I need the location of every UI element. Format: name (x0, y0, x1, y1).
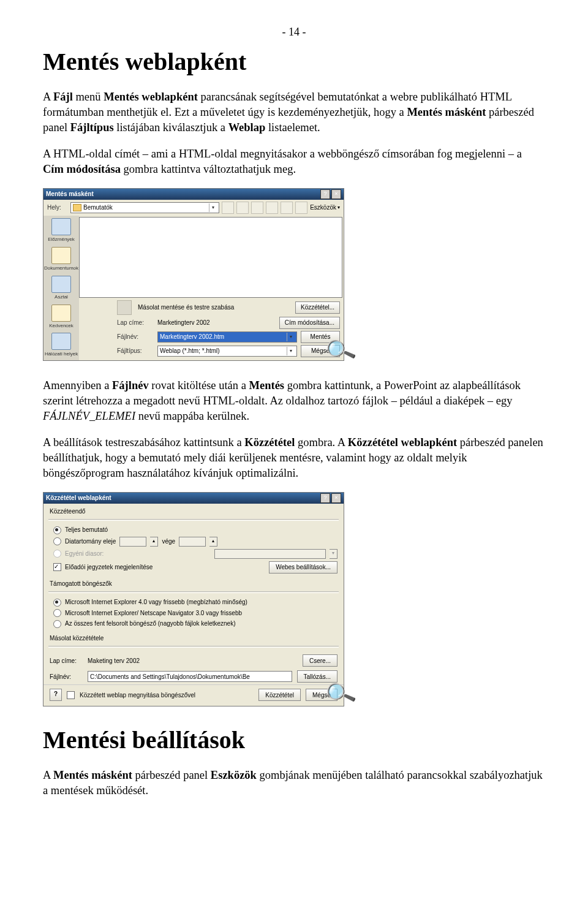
dialog-title: Közzététel weblapként (46, 494, 111, 502)
sidebar-favorites[interactable]: Kedvencek (43, 305, 79, 330)
checkbox-open-browser-label: Közzétett weblap megnyitása böngészővel (80, 691, 254, 700)
filetype-combo[interactable]: Weblap (*.htm; *.html)▾ (157, 346, 297, 357)
group-browsers: Támogatott böngészők (50, 580, 337, 590)
radio-ie-nn3-label: Microsoft Internet Explorer/ Netscape Na… (65, 609, 242, 618)
radio-custom-label: Egyéni diasor: (65, 550, 104, 558)
dialog-title: Mentés másként (46, 190, 94, 199)
network-icon (51, 333, 71, 350)
publish-dialog: Közzététel weblapként ? × Közzéteendő Te… (43, 492, 344, 707)
radio-ie4[interactable] (53, 599, 61, 607)
sidebar-history[interactable]: Előzmények (43, 218, 79, 243)
radio-range-label: Diatartomány eleje (65, 537, 116, 546)
file-list-area[interactable] (79, 217, 342, 298)
sidebar-documents[interactable]: Dokumentumok (43, 247, 79, 272)
delete-icon[interactable] (266, 202, 278, 214)
heading-mentes-weblapkent: Mentés weblapként (43, 45, 545, 78)
sidebar-network[interactable]: Hálózati helyek (43, 333, 79, 358)
customize-label: Másolat mentése és testre szabása (138, 303, 292, 312)
documents-icon (51, 247, 71, 264)
location-label: Hely: (47, 203, 68, 212)
radio-ie4-label: Microsoft Internet Explorer 4.0 vagy fri… (65, 598, 247, 607)
spinner-icon[interactable]: ▴ (209, 537, 217, 547)
chevron-down-icon[interactable]: ▾ (287, 347, 295, 355)
folder-name: Bemutatók (83, 203, 113, 212)
filename-input[interactable]: Marketingterv 2002.htm▾ (157, 331, 297, 343)
filename-label: Fájlnév: (117, 333, 154, 341)
page-number: - 14 - (43, 25, 545, 39)
dialog-titlebar: Mentés másként ? × (43, 189, 344, 200)
filename-input[interactable]: C:\Documents and Settings\Tulajdonos\Dok… (88, 671, 292, 682)
radio-range[interactable] (53, 537, 61, 545)
places-bar: Előzmények Dokumentumok Asztal Kedvencek… (43, 216, 79, 360)
change-title-button[interactable]: Cím módosítása... (279, 317, 340, 329)
save-as-dialog: Mentés másként ? × Hely: Bemutatók ▾ Esz… (43, 188, 344, 361)
group-copy: Másolat közzététele (50, 634, 337, 645)
folder-icon (73, 204, 81, 211)
radio-all[interactable] (53, 620, 61, 628)
checkbox-notes-label: Előadói jegyzetek megjelenítése (65, 563, 153, 572)
search-icon[interactable] (251, 202, 263, 214)
location-combo[interactable]: Bemutatók ▾ (70, 202, 219, 213)
tools-dropdown[interactable]: Eszközök▾ (310, 203, 340, 212)
sidebar-desktop[interactable]: Asztal (43, 276, 79, 301)
history-icon (51, 218, 71, 235)
help-icon[interactable]: ? (320, 189, 330, 199)
web-settings-button[interactable]: Webes beállítások... (269, 561, 337, 574)
desktop-icon (51, 276, 71, 293)
paragraph-1: A Fájl menü Mentés weblapként parancsána… (43, 89, 545, 135)
range-start-input[interactable] (119, 537, 146, 547)
dialog-titlebar: Közzététel weblapként ? × (43, 493, 344, 504)
radio-ie-nn3[interactable] (53, 609, 61, 617)
checkbox-open-browser[interactable] (67, 691, 75, 699)
page-title-value: Marketingterv 2002 (157, 319, 276, 327)
paragraph-5: A Mentés másként párbeszéd panel Eszközö… (43, 768, 545, 798)
views-icon[interactable] (295, 202, 307, 214)
radio-full-label: Teljes bemutató (65, 526, 108, 534)
chevron-down-icon[interactable]: ▾ (287, 333, 295, 341)
radio-custom (53, 550, 61, 558)
range-end-input[interactable] (179, 537, 206, 547)
page-title-value: Maketing terv 2002 (88, 657, 298, 665)
spinner-icon[interactable]: ▴ (150, 537, 158, 547)
group-kozzeteendo: Közzéteendő (50, 507, 337, 518)
radio-all-label: Az összes fent felsorolt böngésző (nagyo… (65, 619, 236, 628)
heading-mentesi-beallitasok: Mentési beállítások (43, 724, 545, 757)
change-button[interactable]: Csere... (303, 654, 337, 667)
radio-full[interactable] (53, 526, 61, 534)
help-button[interactable]: ? (50, 689, 62, 701)
page-title-label: Lap címe: (50, 657, 83, 665)
paragraph-2: A HTML-oldal címét – ami a HTML-oldal me… (43, 146, 545, 177)
new-folder-icon[interactable] (281, 202, 293, 214)
up-icon[interactable] (236, 202, 249, 214)
help-icon[interactable]: ? (320, 493, 330, 503)
customize-icon (117, 300, 132, 315)
chevron-down-icon[interactable]: ▾ (209, 203, 217, 212)
filetype-label: Fájltípus: (117, 347, 154, 355)
range-end-label: vége (162, 537, 175, 546)
favorites-icon (51, 305, 71, 322)
chevron-down-icon: ▾ (330, 549, 337, 559)
checkbox-notes[interactable] (53, 563, 61, 571)
page-title-label: Lap címe: (117, 319, 154, 327)
close-icon[interactable]: × (331, 189, 341, 199)
paragraph-3: Amennyiben a Fájlnév rovat kitöltése utá… (43, 378, 545, 424)
custom-show-combo (214, 549, 326, 559)
paragraph-4: A beállítások testreszabásához kattintsu… (43, 435, 545, 481)
close-icon[interactable]: × (331, 493, 341, 503)
back-icon[interactable] (222, 202, 234, 214)
publish-button[interactable]: Közzététel (258, 689, 301, 701)
publish-button[interactable]: Közzététel... (295, 301, 340, 314)
filename-label: Fájlnév: (50, 673, 83, 681)
